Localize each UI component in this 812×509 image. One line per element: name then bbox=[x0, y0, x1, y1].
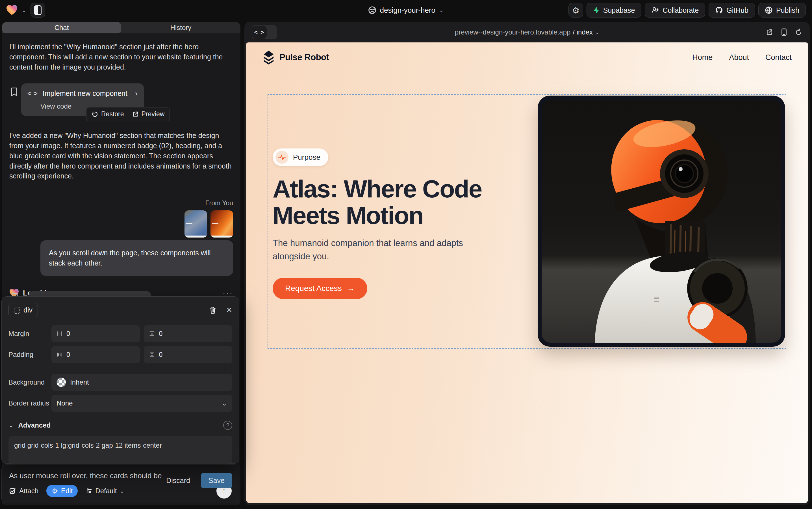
delete-element-button[interactable] bbox=[209, 306, 216, 314]
from-you-label: From You bbox=[9, 199, 233, 207]
preview-label: Preview bbox=[142, 110, 165, 118]
sidebar-toggle-button[interactable] bbox=[31, 3, 45, 18]
padding-vertical-icon bbox=[149, 351, 155, 358]
preview-url-domain: preview--design-your-hero.lovable.app bbox=[455, 28, 571, 36]
top-bar: ⌄ design-your-hero ⌄ ⚙ Supabase Collabor… bbox=[0, 0, 812, 20]
code-icon: < > bbox=[27, 90, 38, 97]
open-in-new-tab-button[interactable] bbox=[766, 29, 773, 36]
chevron-right-icon: › bbox=[135, 89, 138, 98]
padding-label: Padding bbox=[8, 351, 51, 359]
github-button[interactable]: GitHub bbox=[709, 3, 755, 18]
lovable-logo-icon[interactable] bbox=[6, 5, 17, 15]
chevron-down-icon: ⌄ bbox=[595, 29, 599, 35]
gear-icon: ⚙ bbox=[572, 5, 580, 15]
preview-url-bar[interactable]: preview--design-your-hero.lovable.app / … bbox=[455, 28, 599, 36]
pulse-icon bbox=[275, 151, 289, 164]
attachment-thumbnail-blue[interactable] bbox=[184, 210, 207, 238]
border-radius-select[interactable]: None ⌄ bbox=[51, 395, 232, 412]
classes-textarea[interactable]: grid grid-cols-1 lg:grid-cols-2 gap-12 i… bbox=[8, 436, 232, 464]
selected-element-chip[interactable]: div bbox=[8, 303, 38, 317]
close-icon[interactable]: ✕ bbox=[226, 306, 232, 314]
advanced-collapse-icon[interactable]: ⌄ bbox=[8, 421, 13, 429]
margin-y-input[interactable] bbox=[159, 330, 227, 338]
chat-tabbar: Chat History bbox=[2, 22, 241, 33]
code-preview-toggle[interactable]: < > bbox=[252, 25, 277, 39]
project-name: design-your-hero bbox=[380, 6, 436, 15]
preview-panel: < > preview--design-your-hero.lovable.ap… bbox=[245, 22, 810, 505]
restore-button[interactable]: Restore bbox=[91, 110, 124, 118]
nav-contact[interactable]: Contact bbox=[765, 53, 792, 62]
element-tag: div bbox=[24, 306, 33, 314]
save-button[interactable]: Save bbox=[201, 473, 232, 488]
margin-x-input[interactable] bbox=[66, 330, 135, 338]
background-field[interactable]: Inherit bbox=[51, 374, 232, 391]
preview-button[interactable]: Preview bbox=[132, 110, 165, 118]
code-view-icon: < > bbox=[252, 25, 267, 39]
help-icon[interactable]: ? bbox=[223, 421, 232, 430]
assistant-message: I'll implement the "Why Humanoid" sectio… bbox=[9, 42, 233, 72]
restore-label: Restore bbox=[101, 110, 124, 118]
bookmark-icon[interactable] bbox=[10, 88, 18, 116]
project-icon bbox=[368, 6, 377, 14]
element-inspector-panel: div ✕ Margin bbox=[1, 296, 239, 464]
margin-x-field[interactable] bbox=[51, 325, 140, 342]
padding-y-field[interactable] bbox=[144, 346, 232, 363]
project-switcher[interactable]: design-your-hero ⌄ bbox=[368, 0, 444, 20]
tab-chat[interactable]: Chat bbox=[2, 22, 121, 33]
github-label: GitHub bbox=[726, 6, 748, 14]
supabase-label: Supabase bbox=[603, 6, 635, 14]
chevron-down-icon: ⌄ bbox=[119, 487, 124, 494]
padding-x-input[interactable] bbox=[66, 351, 135, 359]
hero-subtitle: The humanoid companion that learns and a… bbox=[273, 237, 471, 263]
purpose-badge: Purpose bbox=[273, 148, 328, 166]
padding-x-field[interactable] bbox=[51, 346, 140, 363]
padding-horizontal-icon bbox=[57, 351, 63, 358]
user-message-bubble: As you scroll down the page, these compo… bbox=[40, 240, 233, 276]
margin-label: Margin bbox=[8, 330, 51, 338]
collaborate-button[interactable]: Collaborate bbox=[645, 3, 705, 18]
supabase-icon bbox=[593, 6, 600, 14]
site-brand[interactable]: Pulse Robot bbox=[262, 50, 329, 65]
settings-button[interactable]: ⚙ bbox=[568, 3, 583, 18]
background-label: Background bbox=[8, 378, 51, 386]
collaborate-label: Collaborate bbox=[663, 6, 699, 14]
request-access-button[interactable]: Request Access → bbox=[273, 278, 367, 299]
github-icon bbox=[715, 6, 723, 14]
robot-image bbox=[542, 100, 781, 343]
preview-header: < > preview--design-your-hero.lovable.ap… bbox=[245, 22, 810, 42]
selection-box-icon bbox=[14, 307, 20, 314]
selected-element-outline[interactable]: Purpose Atlas: Where Code Meets Motion T… bbox=[267, 94, 786, 349]
external-link-icon bbox=[132, 111, 139, 117]
advanced-label: Advanced bbox=[18, 421, 50, 429]
component-card-title: Implement new component bbox=[43, 89, 127, 98]
site-brand-name: Pulse Robot bbox=[280, 52, 329, 63]
pulse-robot-logo-icon bbox=[262, 50, 275, 65]
publish-label: Publish bbox=[776, 6, 799, 14]
mobile-view-button[interactable] bbox=[781, 28, 787, 36]
cta-label: Request Access bbox=[285, 284, 342, 293]
panel-left-icon bbox=[34, 5, 41, 15]
tab-history[interactable]: History bbox=[121, 22, 241, 33]
version-hover-toolbar: Restore Preview bbox=[86, 107, 170, 121]
margin-y-field[interactable] bbox=[144, 325, 232, 342]
hero-image-card bbox=[538, 96, 785, 347]
supabase-button[interactable]: Supabase bbox=[587, 3, 642, 18]
discard-button[interactable]: Discard bbox=[166, 476, 190, 485]
preview-url-path: / index bbox=[573, 28, 593, 36]
collaborate-icon bbox=[651, 6, 659, 14]
chevron-down-icon: ⌄ bbox=[222, 399, 227, 407]
project-chevron-icon: ⌄ bbox=[439, 6, 444, 14]
workspace-chevron-icon[interactable]: ⌄ bbox=[22, 6, 27, 14]
border-radius-label: Border radius bbox=[8, 399, 51, 407]
nav-home[interactable]: Home bbox=[692, 53, 712, 62]
publish-button[interactable]: Publish bbox=[758, 3, 806, 18]
margin-vertical-icon bbox=[149, 330, 155, 337]
attachment-thumbnail-orange[interactable] bbox=[211, 210, 233, 238]
refresh-button[interactable] bbox=[795, 29, 802, 36]
site-preview: Pulse Robot Home About Contact Purpose bbox=[246, 42, 808, 503]
sliders-icon bbox=[86, 487, 93, 494]
arrow-right-icon: → bbox=[347, 284, 355, 293]
badge-label: Purpose bbox=[293, 153, 320, 162]
nav-about[interactable]: About bbox=[729, 53, 749, 62]
padding-y-input[interactable] bbox=[159, 351, 227, 359]
